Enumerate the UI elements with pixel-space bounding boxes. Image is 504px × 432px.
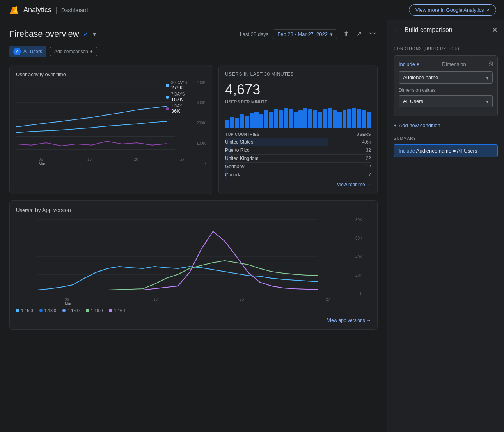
legend-period-7days: 7 DAYS 157K xyxy=(171,92,185,102)
country-value: 22 xyxy=(328,155,371,163)
country-name: United Kingdom xyxy=(225,155,328,163)
country-value: 7 xyxy=(328,171,371,179)
header-actions: ⬆ ↗ 〰 xyxy=(342,28,378,40)
copy-condition-button[interactable]: ⎘ xyxy=(489,60,493,68)
summary-rest-text: Audience name = All Users xyxy=(416,148,477,154)
summary-include-text: Include xyxy=(399,148,415,154)
legend-1day: 1 DAY 36K xyxy=(166,104,187,114)
legend-dot-1150 xyxy=(16,309,19,312)
bar-mini-item xyxy=(352,108,357,128)
country-name: Canada xyxy=(225,171,328,179)
y-label-200k: 200K xyxy=(197,121,206,125)
country-name: Puerto Rico xyxy=(225,146,328,155)
realtime-section-label: USERS IN LAST 30 MINUTES xyxy=(225,71,371,77)
country-value: 4.6k xyxy=(328,138,371,146)
add-comparison-button[interactable]: Add comparison + xyxy=(50,47,97,56)
title-dropdown-button[interactable]: ▾ xyxy=(93,30,96,38)
condition-card: Include ▾ Dimension ⎘ Audience name Dime… xyxy=(394,55,498,116)
view-app-versions-link[interactable]: View app versions → xyxy=(16,318,371,323)
legend-label-1160: 1.16.0 xyxy=(91,308,103,313)
bar-mini-item xyxy=(367,112,371,128)
country-name: Germany xyxy=(225,163,328,171)
y-axis-labels: 400K 300K 200K 100K 0 xyxy=(197,80,206,166)
share-button[interactable]: ↗ xyxy=(355,28,364,40)
legend-7days: 7 DAYS 157K xyxy=(166,92,187,102)
legend-label-1150: 1.15.0 xyxy=(21,308,33,313)
date-range-section: Last 28 days Feb 28 - Mar 27, 2022 ▾ ⬆ ↗… xyxy=(240,28,378,40)
x-label-2: 13 xyxy=(87,157,92,166)
conditions-label: CONDITIONS (BUILD UP TO 5) xyxy=(394,46,498,51)
country-name: United States xyxy=(225,138,328,146)
x-label-4: 27 xyxy=(180,157,185,166)
audience-name-select[interactable]: Audience name xyxy=(399,71,493,84)
country-row: United States 4.6k xyxy=(225,138,371,146)
users-dropdown-icon: ▾ xyxy=(30,207,33,213)
bottom-y-0: 0 xyxy=(355,292,362,296)
view-analytics-button[interactable]: View more in Google Analytics ↗ xyxy=(409,4,496,16)
activity-chart-container: 06Mar 13 20 27 400K 300K 200K 100K 0 xyxy=(16,80,206,166)
app-logo xyxy=(8,4,20,16)
legend-1161: 1.16.1 xyxy=(109,308,126,313)
page-title-row: Firebase overview ✓ ▾ xyxy=(9,29,96,39)
bottom-y-labels: 80K 60K 40K 20K 0 xyxy=(355,218,362,296)
dimension-label: Dimension xyxy=(442,61,466,67)
activity-chart-svg xyxy=(16,80,190,155)
bar-mini-item xyxy=(357,109,361,128)
legend-dot-1day xyxy=(166,107,169,110)
legend-dot-1140 xyxy=(62,309,66,312)
bottom-y-40k: 40K xyxy=(355,255,362,259)
dimension-values-label: Dimension values xyxy=(399,87,493,93)
legend-1160: 1.16.0 xyxy=(86,308,103,313)
y-label-300k: 300K xyxy=(197,101,206,105)
bottom-x-27: 27 xyxy=(326,297,330,306)
export-button[interactable]: ⬆ xyxy=(342,28,351,40)
bar-mini-item xyxy=(245,116,249,128)
y-label-400k: 400K xyxy=(197,80,206,85)
page-header: Firebase overview ✓ ▾ Last 28 days Feb 2… xyxy=(9,28,378,40)
countries-tbody: United States 4.6k Puerto Rico 32 United… xyxy=(225,138,371,179)
header-left: Analytics | Dashboard xyxy=(8,4,88,16)
all-users-select-wrapper: All Users xyxy=(399,95,493,107)
bar-mini-item xyxy=(230,117,234,128)
bar-mini-item xyxy=(240,114,244,128)
bottom-x-labels: 06Mar 13 20 27 xyxy=(16,297,371,306)
bar-mini-item xyxy=(323,109,327,128)
panel-back-button[interactable]: ← xyxy=(394,26,401,34)
legend-dot-1160 xyxy=(86,309,89,312)
bar-mini-item xyxy=(303,108,308,128)
y-label-100k: 100K xyxy=(197,141,206,146)
customize-button[interactable]: 〰 xyxy=(367,28,378,40)
add-condition-button[interactable]: + Add new condition xyxy=(394,121,498,130)
app-version-chart-svg xyxy=(16,218,355,296)
view-realtime-link[interactable]: View realtime → xyxy=(225,182,371,187)
bar-mini-item xyxy=(235,118,239,128)
legend-dot-1130 xyxy=(39,309,43,312)
panel-header-left: ← Build comparison xyxy=(394,26,453,34)
countries-table: TOP COUNTRIES USERS United States 4.6k P… xyxy=(225,132,371,179)
realtime-count: 4,673 xyxy=(225,82,371,98)
bar-mini-item xyxy=(298,110,303,128)
include-dropdown-button[interactable]: Include ▾ xyxy=(399,61,419,67)
country-row: United Kingdom 22 xyxy=(225,155,371,163)
users-dropdown-button[interactable]: Users ▾ xyxy=(16,207,33,213)
bar-mini-item xyxy=(333,110,337,128)
legend-dot-1161 xyxy=(109,309,112,312)
activity-legend: 30 DAYS 275K 7 DAYS 157K xyxy=(166,80,187,114)
country-value: 12 xyxy=(328,163,371,171)
include-dropdown-icon: ▾ xyxy=(417,61,419,67)
legend-30days: 30 DAYS 275K xyxy=(166,80,187,91)
add-comparison-plus-icon: + xyxy=(90,49,93,54)
bar-mini-item xyxy=(318,112,322,128)
all-users-select[interactable]: All Users xyxy=(399,95,493,107)
bar-mini-item xyxy=(343,110,347,128)
add-condition-plus-icon: + xyxy=(394,123,397,128)
legend-1140: 1.14.0 xyxy=(62,308,80,313)
bar-mini-item xyxy=(347,109,351,128)
bar-mini-item xyxy=(284,108,288,128)
date-range-dropdown-icon: ▾ xyxy=(330,31,333,37)
date-range-picker[interactable]: Feb 28 - Mar 27, 2022 ▾ xyxy=(273,29,337,39)
bar-mini-item xyxy=(328,108,332,128)
page-title: Firebase overview xyxy=(9,29,79,39)
top-cards-row: User activity over time xyxy=(9,65,378,194)
panel-close-button[interactable]: ✕ xyxy=(492,26,498,34)
